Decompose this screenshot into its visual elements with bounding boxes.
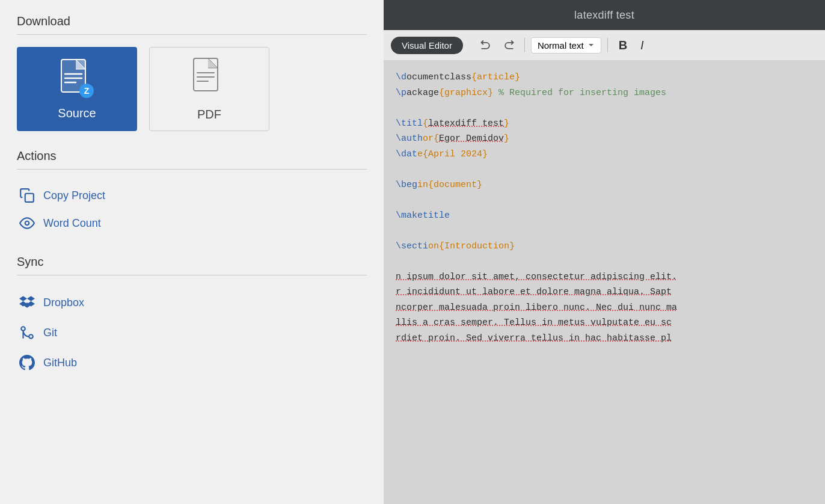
code-line: \documentclass{article} <box>396 70 813 85</box>
svg-point-14 <box>21 327 25 331</box>
prose-content: n ipsum dolor sit amet, consectetur adip… <box>396 269 813 346</box>
svg-point-12 <box>25 221 29 226</box>
sync-divider <box>17 275 367 275</box>
actions-section: Actions Copy Project Word Count <box>17 149 367 237</box>
code-line: \begin{document} <box>396 177 813 193</box>
code-line: \section{Introduction} <box>396 239 813 254</box>
code-line: \titl{latexdiff test} <box>396 116 813 132</box>
github-item[interactable]: GitHub <box>17 348 367 378</box>
pdf-label: PDF <box>197 108 221 121</box>
normal-text-value: Normal text <box>538 40 584 51</box>
github-icon <box>19 355 35 370</box>
normal-text-dropdown[interactable]: Normal text <box>531 37 601 54</box>
copy-icon <box>19 188 35 203</box>
svg-rect-7 <box>194 58 218 91</box>
visual-editor-button[interactable]: Visual Editor <box>391 37 463 54</box>
left-panel: Download Z Source <box>0 0 384 504</box>
code-line: \maketitle <box>396 208 813 224</box>
svg-text:Z: Z <box>84 86 90 96</box>
download-divider <box>17 34 367 35</box>
source-icon-box[interactable]: Z Source <box>17 47 137 131</box>
git-label: Git <box>43 327 57 339</box>
word-count-label: Word Count <box>43 217 101 230</box>
actions-section-title: Actions <box>17 149 367 163</box>
bold-button[interactable]: B <box>614 36 632 55</box>
copy-project-label: Copy Project <box>43 189 105 202</box>
code-line-empty <box>396 223 813 239</box>
right-panel: latexdiff test Visual Editor Normal text <box>384 0 825 504</box>
toolbar-separator-2 <box>607 38 608 52</box>
git-item[interactable]: Git <box>17 318 367 348</box>
dropbox-label: Dropbox <box>43 297 84 309</box>
source-file-icon: Z <box>59 58 95 100</box>
code-line-empty <box>396 162 813 177</box>
sync-section: Sync Dropbox Git GitHub <box>17 255 367 378</box>
code-line-empty <box>396 100 813 116</box>
toolbar-separator-1 <box>524 38 525 52</box>
code-line: \author{Egor Demidov} <box>396 131 813 147</box>
download-items: Z Source PDF <box>17 47 367 131</box>
code-line-empty <box>396 192 813 208</box>
svg-rect-11 <box>25 194 34 202</box>
pdf-file-icon <box>191 57 227 99</box>
code-line: \package{graphicx} % Required for insert… <box>396 85 813 101</box>
code-line: \date{April 2024} <box>396 147 813 162</box>
dropbox-item[interactable]: Dropbox <box>17 287 367 318</box>
editor-title: latexdiff test <box>574 9 634 22</box>
redo-icon <box>503 39 515 51</box>
undo-icon <box>480 39 492 51</box>
chevron-down-icon <box>587 41 595 49</box>
git-icon <box>19 325 35 340</box>
code-line-empty <box>396 254 813 269</box>
actions-divider <box>17 169 367 170</box>
word-count-item[interactable]: Word Count <box>17 209 367 237</box>
eye-icon <box>19 215 35 231</box>
pdf-icon-box[interactable]: PDF <box>149 47 269 131</box>
code-editor-area[interactable]: \documentclass{article} \package{graphic… <box>384 60 825 504</box>
redo-button[interactable] <box>499 37 518 54</box>
editor-toolbar: Visual Editor Normal text B I <box>384 30 825 60</box>
source-download-item[interactable]: Z Source <box>17 47 137 131</box>
svg-point-13 <box>29 334 33 339</box>
undo-button[interactable] <box>476 37 495 54</box>
github-label: GitHub <box>43 357 77 369</box>
editor-topbar: latexdiff test <box>384 0 825 30</box>
copy-project-item[interactable]: Copy Project <box>17 182 367 209</box>
source-label: Source <box>58 106 96 120</box>
italic-button[interactable]: I <box>636 36 649 55</box>
dropbox-icon <box>19 295 35 310</box>
sync-section-title: Sync <box>17 255 367 269</box>
download-section-title: Download <box>17 14 367 28</box>
pdf-download-item[interactable]: PDF <box>149 47 269 131</box>
